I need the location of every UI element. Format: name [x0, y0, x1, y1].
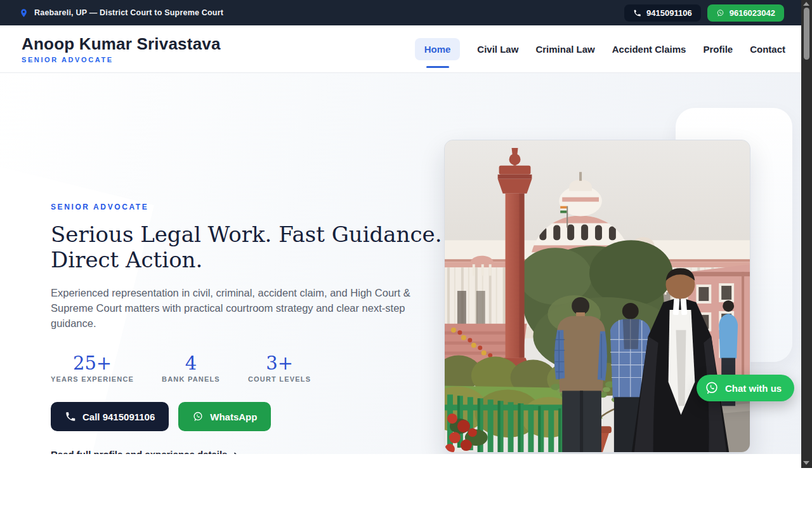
topbar-whatsapp-button[interactable]: 9616023042	[707, 4, 784, 22]
hero-section: SENIOR ADVOCATE Serious Legal Work. Fast…	[0, 73, 812, 454]
stat-value: 4	[162, 354, 220, 373]
topbar-call-button[interactable]: 9415091106	[624, 4, 701, 22]
call-button[interactable]: Call 9415091106	[51, 402, 169, 431]
hero-content: SENIOR ADVOCATE Serious Legal Work. Fast…	[51, 203, 444, 454]
call-button-label: Call 9415091106	[82, 411, 155, 422]
stat-value: 25+	[51, 354, 134, 373]
whatsapp-icon	[192, 411, 204, 422]
hero-heading: Serious Legal Work. Fast Guidance. Direc…	[51, 222, 444, 272]
scroll-up-arrow-icon[interactable]	[803, 2, 809, 6]
stat-label: COURT LEVELS	[248, 375, 311, 383]
profile-link-row[interactable]: Read full profile and experience details	[51, 449, 444, 454]
hero-eyebrow: SENIOR ADVOCATE	[51, 203, 444, 211]
topbar-actions: 9415091106 9616023042	[624, 4, 784, 22]
brand-role: SENIOR ADVOCATE	[22, 56, 221, 64]
chevron-right-icon	[232, 452, 240, 454]
stat-bank-panels: 4 BANK PANELS	[162, 354, 220, 383]
cta-row: Call 9415091106 WhatsApp	[51, 402, 444, 431]
whatsapp-button[interactable]: WhatsApp	[178, 402, 271, 431]
hero-photo	[444, 140, 750, 453]
stat-value: 3+	[248, 354, 311, 373]
nav-item-home[interactable]: Home	[415, 38, 461, 60]
top-bar: Raebareli, UP — District Court to Suprem…	[0, 0, 812, 25]
chhatri-left	[470, 256, 494, 276]
brand-name: Anoop Kumar Srivastava	[22, 34, 221, 54]
nav-item-criminal-law[interactable]: Criminal Law	[535, 38, 594, 60]
scrollbar[interactable]	[801, 0, 812, 468]
topbar-call-number: 9415091106	[646, 8, 692, 18]
nav-item-accident-claims[interactable]: Accident Claims	[612, 38, 686, 60]
supreme-court-photo-illustration	[445, 140, 750, 452]
stat-label: YEARS EXPERIENCE	[51, 375, 134, 383]
site-header: Anoop Kumar Srivastava SENIOR ADVOCATE H…	[0, 25, 812, 73]
whatsapp-button-label: WhatsApp	[210, 411, 257, 422]
nav-item-contact[interactable]: Contact	[750, 38, 785, 60]
phone-icon	[633, 9, 641, 17]
nav-item-profile[interactable]: Profile	[703, 38, 733, 60]
whatsapp-icon	[704, 380, 719, 396]
stats-row: 25+ YEARS EXPERIENCE 4 BANK PANELS 3+ CO…	[51, 354, 444, 383]
location-text: Raebareli, UP — District Court to Suprem…	[34, 8, 223, 17]
chat-with-us-button[interactable]: Chat with us	[697, 375, 794, 401]
location-block: Raebareli, UP — District Court to Suprem…	[19, 8, 223, 18]
hero-description: Experienced representation in civil, cri…	[51, 285, 431, 331]
brand: Anoop Kumar Srivastava SENIOR ADVOCATE	[22, 34, 221, 64]
topbar-whatsapp-number: 9616023042	[730, 8, 775, 18]
stat-court-levels: 3+ COURT LEVELS	[248, 354, 311, 383]
stat-years-experience: 25+ YEARS EXPERIENCE	[51, 354, 134, 383]
location-pin-icon	[19, 8, 29, 18]
hero-heading-line2: Direct Action.	[51, 247, 444, 272]
main-nav: Home Civil Law Criminal Law Accident Cla…	[415, 38, 785, 60]
nav-item-civil-law[interactable]: Civil Law	[477, 38, 518, 60]
scrollbar-thumb[interactable]	[804, 8, 809, 60]
profile-link[interactable]: Read full profile and experience details	[51, 449, 227, 454]
scroll-down-arrow-icon[interactable]	[803, 461, 809, 465]
stat-label: BANK PANELS	[162, 375, 220, 383]
phone-icon	[65, 411, 76, 422]
hero-heading-line1: Serious Legal Work. Fast Guidance.	[51, 222, 444, 247]
whatsapp-icon	[716, 9, 724, 17]
page: Raebareli, UP — District Court to Suprem…	[0, 0, 812, 508]
chat-label: Chat with us	[725, 383, 782, 394]
